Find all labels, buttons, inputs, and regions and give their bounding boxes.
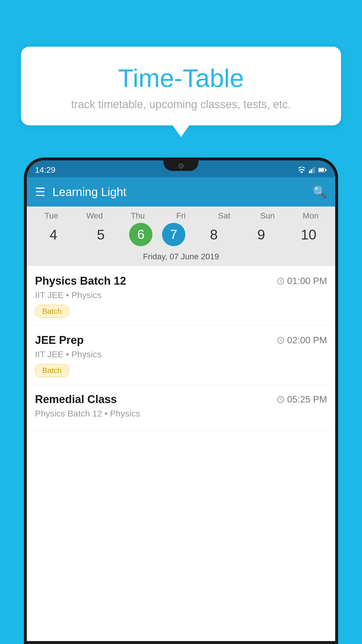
day-8[interactable]: 8 [195, 223, 233, 246]
speech-bubble: Time-Table track timetable, upcoming cla… [21, 47, 341, 125]
day-10[interactable]: 10 [290, 223, 328, 246]
power-button [336, 219, 338, 242]
day-5[interactable]: 5 [82, 223, 120, 246]
speech-bubble-title: Time-Table [38, 64, 324, 92]
schedule-item-3-subtitle: Physics Batch 12 • Physics [35, 409, 327, 419]
phone-screen: 14:29 [27, 160, 335, 641]
day-4[interactable]: 4 [34, 223, 72, 246]
calendar-week: Tue Wed Thu Fri Sat Sun Mon 4 5 6 7 8 9 … [27, 206, 335, 266]
schedule-item-3[interactable]: Remedial Class 05:25 PM Physics Batch 12… [27, 384, 335, 430]
day-header-fri: Fri [162, 211, 200, 220]
schedule-item-1-subtitle: IIT JEE • Physics [35, 290, 327, 300]
schedule-list: Physics Batch 12 01:00 PM IIT JEE • Phys… [27, 266, 335, 430]
day-header-tue: Tue [32, 211, 70, 220]
day-header-sat: Sat [205, 211, 243, 220]
wifi-icon [297, 167, 306, 173]
volume-down-button [24, 230, 26, 248]
day-header-mon: Mon [292, 211, 330, 220]
batch-badge-1: Batch [35, 305, 69, 318]
schedule-item-1-time: 01:00 PM [277, 276, 327, 286]
svg-rect-5 [319, 169, 324, 172]
day-header-sun: Sun [249, 211, 287, 220]
search-icon[interactable]: 🔍 [312, 185, 327, 199]
signal-icon [308, 167, 316, 173]
app-bar-title: Learning Light [52, 186, 312, 199]
hamburger-icon[interactable]: ☰ [35, 185, 45, 199]
svg-rect-0 [309, 171, 310, 173]
schedule-item-2[interactable]: JEE Prep 02:00 PM IIT JEE • Physics Batc… [27, 325, 335, 384]
schedule-item-2-header: JEE Prep 02:00 PM [35, 334, 327, 346]
schedule-item-1-title: Physics Batch 12 [35, 275, 126, 287]
schedule-item-2-title: JEE Prep [35, 334, 84, 346]
svg-rect-3 [314, 167, 315, 173]
phone-notch [164, 160, 198, 171]
svg-rect-1 [311, 169, 312, 173]
day-numbers: 4 5 6 7 8 9 10 [27, 220, 335, 250]
status-icons [297, 167, 327, 173]
clock-icon-1 [277, 277, 285, 285]
clock-icon-3 [277, 396, 285, 404]
app-bar: ☰ Learning Light 🔍 [27, 177, 335, 206]
schedule-item-1[interactable]: Physics Batch 12 01:00 PM IIT JEE • Phys… [27, 266, 335, 325]
battery-icon [318, 167, 327, 173]
schedule-item-1-header: Physics Batch 12 01:00 PM [35, 275, 327, 287]
schedule-item-2-subtitle: IIT JEE • Physics [35, 349, 327, 359]
day-9[interactable]: 9 [242, 223, 280, 246]
day-header-wed: Wed [75, 211, 113, 220]
svg-rect-2 [312, 168, 313, 173]
phone-camera [178, 163, 184, 169]
phone-mockup: 14:29 [24, 158, 338, 644]
day-6-today[interactable]: 6 [129, 223, 152, 246]
status-time: 14:29 [35, 165, 55, 175]
svg-rect-6 [325, 169, 326, 171]
batch-badge-2: Batch [35, 364, 69, 377]
schedule-item-3-time: 05:25 PM [277, 394, 327, 405]
speech-bubble-subtitle: track timetable, upcoming classes, tests… [38, 98, 324, 111]
day-7-selected[interactable]: 7 [162, 223, 185, 246]
clock-icon-2 [277, 336, 285, 344]
selected-date-label: Friday, 07 June 2019 [27, 250, 335, 266]
schedule-item-2-time: 02:00 PM [277, 335, 327, 346]
schedule-item-3-title: Remedial Class [35, 393, 117, 406]
day-header-thu: Thu [119, 211, 157, 220]
volume-up-button [24, 207, 26, 225]
day-headers: Tue Wed Thu Fri Sat Sun Mon [27, 211, 335, 220]
schedule-item-3-header: Remedial Class 05:25 PM [35, 393, 327, 406]
